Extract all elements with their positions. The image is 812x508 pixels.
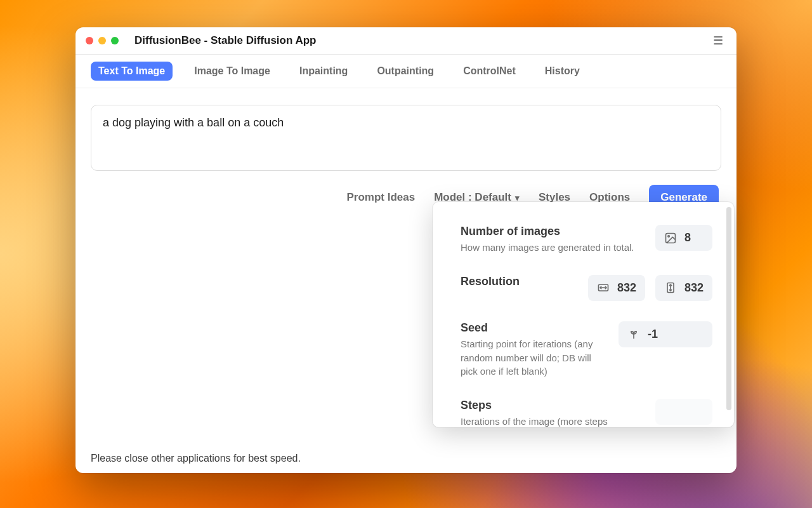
tab-controlnet[interactable]: ControlNet: [455, 62, 523, 81]
num-images-field[interactable]: 8: [655, 225, 712, 251]
resolution-title: Resolution: [461, 275, 577, 288]
steps-value: [664, 405, 667, 418]
steps-field[interactable]: [655, 399, 712, 425]
tab-image-to-image[interactable]: Image To Image: [187, 62, 278, 81]
options-panel: Number of images How many images are gen…: [433, 202, 734, 427]
close-window-button[interactable]: [86, 37, 93, 44]
traffic-lights: [86, 37, 119, 44]
height-icon: [664, 281, 677, 294]
seed-field[interactable]: -1: [619, 321, 712, 347]
footer-message: Please close other applications for best…: [91, 453, 301, 464]
resolution-height-value: 832: [684, 281, 704, 295]
prompt-ideas-button[interactable]: Prompt Ideas: [346, 191, 415, 204]
window-title: DiffusionBee - Stable Diffusion App: [134, 34, 316, 47]
resolution-height-field[interactable]: 832: [655, 275, 712, 301]
tab-inpainting[interactable]: Inpainting: [292, 62, 355, 81]
option-row-seed: Seed Starting point for iterations (any …: [461, 321, 712, 378]
prompt-ideas-label: Prompt Ideas: [346, 191, 415, 204]
seed-desc: Starting point for iterations (any rando…: [461, 337, 607, 378]
tab-outpainting[interactable]: Outpainting: [369, 62, 442, 81]
option-row-num-images: Number of images How many images are gen…: [461, 225, 712, 255]
tab-text-to-image[interactable]: Text To Image: [91, 62, 173, 81]
minimize-window-button[interactable]: [98, 37, 106, 44]
tab-history[interactable]: History: [537, 62, 587, 81]
steps-desc: Iterations of the image (more steps: [461, 415, 644, 427]
image-icon: [664, 232, 677, 244]
steps-title: Steps: [461, 399, 644, 412]
resolution-width-value: 832: [617, 281, 636, 295]
prompt-input[interactable]: [91, 105, 721, 171]
width-icon: [597, 281, 610, 294]
resolution-width-field[interactable]: 832: [588, 275, 645, 301]
tabs-bar: Text To Image Image To Image Inpainting …: [75, 55, 737, 88]
seed-title: Seed: [461, 321, 607, 335]
hamburger-icon: ☰: [713, 34, 723, 48]
maximize-window-button[interactable]: [111, 37, 119, 44]
seed-value: -1: [648, 328, 658, 341]
num-images-desc: How many images are generated in total.: [461, 241, 644, 255]
menu-button[interactable]: ☰: [710, 32, 726, 49]
option-row-resolution: Resolution 832 832: [461, 275, 712, 301]
chevron-down-icon: ▾: [515, 193, 520, 203]
titlebar: DiffusionBee - Stable Diffusion App ☰: [75, 27, 737, 55]
option-row-steps: Steps Iterations of the image (more step…: [461, 399, 712, 427]
num-images-value: 8: [684, 231, 691, 244]
num-images-title: Number of images: [461, 225, 644, 238]
sprout-icon: [627, 328, 640, 340]
svg-point-1: [668, 235, 670, 237]
